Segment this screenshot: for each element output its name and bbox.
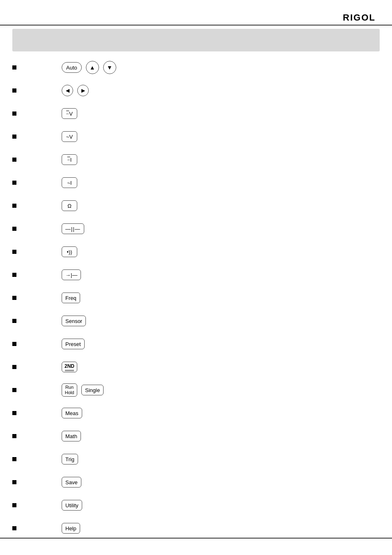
bullet-area-help [12,526,62,530]
bullet-utility [12,503,16,507]
row-preset: Preset [12,336,380,352]
help-button[interactable]: Help [62,523,80,534]
bullet-area-lr [12,88,62,93]
btn-area-math: Math [62,431,144,441]
bullet-area-runhold [12,388,62,392]
btn-area-runhold: Run Hold Single [62,383,144,397]
bullet-ohm [12,204,16,208]
bullet-save [12,480,16,484]
save-button[interactable]: Save [62,477,81,488]
bullet-dcv [12,111,16,116]
row-trig: Trig [12,451,380,467]
btn-area-2nd: 2ND [62,362,144,372]
math-button[interactable]: Math [62,431,81,441]
bullet-sensor [12,319,16,323]
auto-button[interactable]: Auto [62,62,82,73]
bullet-area-freq [12,296,62,300]
bullet-cap [12,227,16,231]
bullet-area-sensor [12,319,62,323]
bullet-area-aci [12,181,62,185]
row-aci: ~I [12,175,380,190]
bullet-cont [12,250,16,254]
dcv-button[interactable]: ⎓V [62,108,77,119]
btn-area-diode: →|— [62,269,144,280]
btn-area-auto: Auto ▲ ▼ [62,61,144,74]
row-math: Math [12,428,380,444]
left-arrow-button[interactable]: ◀ [62,85,73,96]
bullet-area-preset [12,342,62,346]
2nd-button[interactable]: 2ND [62,362,77,372]
continuity-button[interactable]: •)) [62,246,77,257]
row-save: Save [12,474,380,490]
aci-button[interactable]: ~I [62,177,77,188]
row-lr: ◀ ▶ [12,83,380,98]
freq-button[interactable]: Freq [62,293,80,303]
btn-area-lr: ◀ ▶ [62,85,144,96]
btn-area-ohm: Ω [62,200,144,211]
bullet-area-acv [12,135,62,139]
btn-area-utility: Utility [62,500,144,511]
diode-button[interactable]: →|— [62,269,81,280]
header-bar [12,29,380,51]
row-cap: ―||― [12,221,380,237]
dci-button[interactable]: ⎓I [62,154,77,165]
btn-area-dci: ⎓I [62,154,144,165]
row-meas: Meas [12,405,380,421]
bullet-meas [12,411,16,415]
meas-button[interactable]: Meas [62,408,82,418]
bullet-area-auto [12,65,62,70]
row-utility: Utility [12,497,380,513]
bullet-dci [12,158,16,162]
bottom-border-line [0,538,392,539]
row-auto: Auto ▲ ▼ [12,60,380,75]
bullet-area-dcv [12,111,62,116]
row-dci: ⎓I [12,152,380,167]
sensor-button[interactable]: Sensor [62,316,86,326]
right-arrow-button[interactable]: ▶ [77,85,89,96]
bullet-area-dci [12,158,62,162]
preset-button[interactable]: Preset [62,339,85,349]
btn-area-preset: Preset [62,339,144,349]
bullet-area-cont [12,250,62,254]
brand-logo: RIGOL [343,12,376,23]
bullet-runhold [12,388,16,392]
bullet-area-2nd [12,365,62,369]
btn-area-dcv: ⎓V [62,108,144,119]
bullet-aci [12,181,16,185]
bullet-auto [12,65,16,70]
utility-button[interactable]: Utility [62,500,82,511]
bullet-acv [12,135,16,139]
bullet-area-save [12,480,62,484]
bullet-area-cap [12,227,62,231]
bullet-lr [12,88,16,93]
row-ohm: Ω [12,198,380,214]
row-help: Help [12,520,380,536]
bullet-area-utility [12,503,62,507]
bullet-area-math [12,434,62,438]
btn-area-meas: Meas [62,408,144,418]
down-arrow-button[interactable]: ▼ [103,61,116,74]
bullet-freq [12,296,16,300]
row-acv: ~V [12,129,380,144]
btn-area-trig: Trig [62,454,144,464]
runhold-button[interactable]: Run Hold [62,383,77,397]
row-2nd: 2ND [12,359,380,375]
cap-button[interactable]: ―||― [62,223,84,234]
btn-area-help: Help [62,523,144,534]
btn-area-cont: •)) [62,246,144,257]
row-freq: Freq [12,290,380,306]
trig-button[interactable]: Trig [62,454,78,464]
bullet-help [12,526,16,530]
single-button[interactable]: Single [81,385,104,395]
ohm-button[interactable]: Ω [62,200,77,211]
bullet-trig [12,457,16,461]
row-cont: •)) [12,244,380,260]
bullet-2nd [12,365,16,369]
btn-area-freq: Freq [62,293,144,303]
up-arrow-button[interactable]: ▲ [86,61,99,74]
acv-button[interactable]: ~V [62,131,77,142]
row-dcv: ⎓V [12,106,380,121]
bullet-area-ohm [12,204,62,208]
btn-area-sensor: Sensor [62,316,144,326]
row-diode: →|— [12,267,380,283]
